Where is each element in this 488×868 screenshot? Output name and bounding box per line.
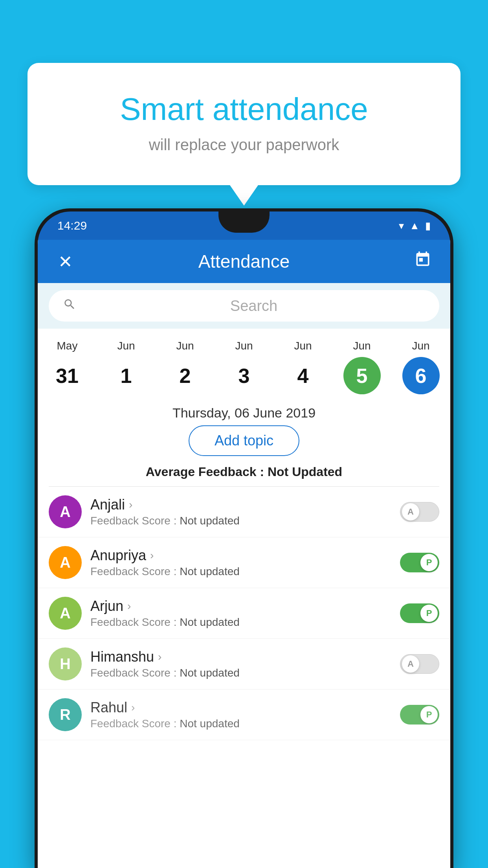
avg-feedback: Average Feedback : Not Updated: [38, 465, 450, 479]
app-title: Attendance: [77, 251, 411, 272]
student-info-himanshu[interactable]: Himanshu › Feedback Score : Not updated: [90, 649, 391, 679]
feedback-rahul: Feedback Score : Not updated: [90, 717, 391, 730]
student-item-arjun: A Arjun › Feedback Score : Not updated P: [38, 588, 450, 639]
add-topic-button[interactable]: Add topic: [189, 425, 299, 456]
toggle-knob-arjun: P: [420, 605, 438, 622]
avatar-himanshu: H: [49, 647, 82, 680]
student-info-rahul[interactable]: Rahul › Feedback Score : Not updated: [90, 699, 391, 730]
speech-bubble-container: Smart attendance will replace your paper…: [28, 63, 460, 185]
cal-day-may31[interactable]: May 31: [42, 340, 93, 394]
toggle-knob-himanshu: A: [402, 655, 419, 673]
selected-date-label: Thursday, 06 June 2019: [38, 398, 450, 425]
search-input[interactable]: Search: [83, 298, 425, 314]
status-time: 14:29: [57, 219, 87, 232]
student-name-himanshu: Himanshu ›: [90, 649, 391, 665]
attendance-toggle-himanshu[interactable]: A: [400, 654, 439, 674]
cal-day-jun2[interactable]: Jun 2: [160, 340, 211, 394]
chevron-right-icon: ›: [158, 651, 161, 663]
phone-frame: 14:29 ▾ ▲ ▮ ✕ Attendance: [35, 208, 453, 868]
attendance-toggle-rahul[interactable]: P: [400, 705, 439, 725]
avatar-anupriya: A: [49, 546, 82, 579]
app-bar: ✕ Attendance: [38, 240, 450, 283]
toggle-anupriya[interactable]: P: [400, 553, 439, 572]
close-icon[interactable]: ✕: [53, 252, 77, 272]
phone-screen: ✕ Attendance Search: [38, 240, 450, 868]
avatar-arjun: A: [49, 597, 82, 630]
feedback-anjali: Feedback Score : Not updated: [90, 515, 391, 527]
attendance-toggle-arjun[interactable]: P: [400, 603, 439, 623]
search-bar-container: Search: [38, 283, 450, 329]
cal-day-jun1[interactable]: Jun 1: [101, 340, 152, 394]
wifi-icon: ▾: [399, 220, 404, 232]
feedback-himanshu: Feedback Score : Not updated: [90, 667, 391, 679]
student-item-anjali: A Anjali › Feedback Score : Not updated …: [38, 487, 450, 537]
toggle-arjun[interactable]: P: [400, 603, 439, 623]
cal-day-jun6[interactable]: Jun 6: [395, 340, 446, 394]
chevron-right-icon: ›: [129, 498, 132, 511]
student-name-rahul: Rahul ›: [90, 699, 391, 716]
student-info-arjun[interactable]: Arjun › Feedback Score : Not updated: [90, 598, 391, 629]
cal-day-jun4[interactable]: Jun 4: [277, 340, 328, 394]
student-name-arjun: Arjun ›: [90, 598, 391, 614]
bubble-title: Smart attendance: [51, 90, 437, 128]
student-list: A Anjali › Feedback Score : Not updated …: [38, 487, 450, 740]
student-item-rahul: R Rahul › Feedback Score : Not updated P: [38, 690, 450, 740]
search-bar[interactable]: Search: [49, 290, 439, 322]
status-bar: 14:29 ▾ ▲ ▮: [38, 211, 450, 240]
cal-day-jun3[interactable]: Jun 3: [218, 340, 270, 394]
avatar-rahul: R: [49, 698, 82, 731]
student-info-anupriya[interactable]: Anupriya › Feedback Score : Not updated: [90, 547, 391, 578]
student-item-himanshu: H Himanshu › Feedback Score : Not update…: [38, 639, 450, 690]
signal-icon: ▲: [409, 220, 420, 232]
calendar-row: May 31 Jun 1 Jun 2 Jun 3 Jun 4: [38, 329, 450, 398]
toggle-anjali[interactable]: A: [400, 502, 439, 522]
student-item-anupriya: A Anupriya › Feedback Score : Not update…: [38, 537, 450, 588]
toggle-rahul[interactable]: P: [400, 705, 439, 725]
speech-bubble: Smart attendance will replace your paper…: [28, 63, 460, 185]
toggle-knob-anjali: A: [402, 503, 419, 520]
toggle-knob-anupriya: P: [420, 554, 438, 571]
toggle-himanshu[interactable]: A: [400, 654, 439, 674]
calendar-icon[interactable]: [411, 251, 435, 272]
toggle-knob-rahul: P: [420, 706, 438, 723]
chevron-right-icon: ›: [150, 549, 154, 562]
search-icon: [63, 298, 76, 314]
status-icons: ▾ ▲ ▮: [399, 220, 431, 232]
avatar-anjali: A: [49, 495, 82, 528]
feedback-arjun: Feedback Score : Not updated: [90, 616, 391, 629]
feedback-anupriya: Feedback Score : Not updated: [90, 565, 391, 578]
attendance-toggle-anupriya[interactable]: P: [400, 553, 439, 572]
bubble-subtitle: will replace your paperwork: [51, 136, 437, 154]
cal-day-jun5[interactable]: Jun 5: [336, 340, 387, 394]
phone-inner: 14:29 ▾ ▲ ▮ ✕ Attendance: [38, 211, 450, 868]
attendance-toggle-anjali[interactable]: A: [400, 502, 439, 522]
student-info-anjali[interactable]: Anjali › Feedback Score : Not updated: [90, 497, 391, 527]
student-name-anjali: Anjali ›: [90, 497, 391, 513]
chevron-right-icon: ›: [127, 600, 131, 612]
student-name-anupriya: Anupriya ›: [90, 547, 391, 564]
battery-icon: ▮: [425, 220, 431, 232]
chevron-right-icon: ›: [131, 701, 135, 714]
